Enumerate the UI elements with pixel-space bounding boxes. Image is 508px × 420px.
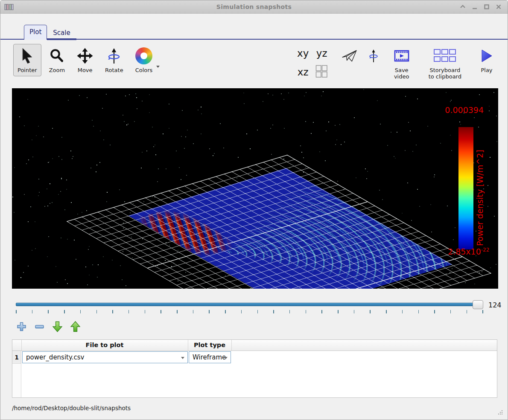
down-arrow-icon [53,322,62,332]
view-xy-button[interactable]: xy [297,49,309,58]
play-icon [480,48,493,64]
auto-rotate-button[interactable] [368,44,379,68]
app-window: Simulation snapshots Plot Scale Pointer … [0,0,508,420]
remove-row-button[interactable] [34,320,45,333]
tab-bar: Plot Scale [0,25,508,40]
rotation-axis-icon [368,49,379,63]
move-row-down-button[interactable] [52,320,63,333]
close-icon [495,3,502,10]
slider-value: 124 [488,301,502,309]
chevron-down-icon [224,357,228,359]
play-button[interactable]: Play [476,44,497,76]
scene-3d [12,88,498,289]
colorbar-title: Power density [W/m^2] [475,147,485,249]
colors-button[interactable]: Colors [131,44,164,76]
dropdown-caret-icon[interactable] [156,66,160,68]
zoom-button[interactable]: Zoom [45,44,69,76]
row-index[interactable]: 1 [12,351,21,364]
tab-scale[interactable]: Scale [47,26,76,40]
rotate-button[interactable]: Rotate [101,44,128,76]
view-grid-button[interactable] [315,65,328,80]
colorbar-max-label: 0.000394 [432,105,484,115]
film-icon [394,49,410,63]
add-row-button[interactable] [16,320,27,333]
tab-plot[interactable]: Plot [24,25,47,40]
view-buttons: xy yz xz [294,44,331,81]
window-titlebar[interactable]: Simulation snapshots [0,0,508,14]
status-path: /home/rod/Desktop/double-slit/snapshots [12,405,131,411]
window-title: Simulation snapshots [0,3,508,10]
shade-button[interactable] [459,3,467,11]
chevron-down-icon [181,357,184,359]
plot-type-select[interactable]: Wireframe [189,351,231,363]
maximize-button[interactable] [483,3,490,11]
row-actions [16,320,81,333]
storyboard-icon [433,48,456,64]
grid-2x2-icon [315,65,328,78]
save-video-button[interactable]: Savevideo [389,44,414,83]
maximize-icon [483,3,490,10]
move-button[interactable]: Move [73,44,97,76]
resize-grip[interactable] [498,410,503,415]
timeline-slider: 124 [12,300,507,316]
wireframe-plane [67,155,491,289]
colorbar [458,127,473,249]
close-button[interactable] [495,3,502,11]
paper-plane-button[interactable] [342,44,358,68]
table-header: File to plot Plot type [12,340,497,351]
pointer-button[interactable]: Pointer [13,44,41,76]
slider-track[interactable] [16,303,483,306]
magnifier-icon [49,48,64,64]
move-icon [77,48,93,64]
wireframe-grid [67,155,491,289]
minimize-button[interactable] [471,3,479,11]
plus-icon [18,323,26,331]
chevron-up-icon [459,3,466,10]
paper-plane-icon [342,49,358,63]
column-header-type: Plot type [188,342,231,348]
storyboard-button[interactable]: Storyboardto clipboard [424,44,466,83]
column-header-file: File to plot [21,342,188,348]
pointer-icon [20,47,35,64]
minimize-icon [471,3,478,10]
minus-icon [35,325,44,328]
files-table: File to plot Plot type 1 power_density.c… [12,339,497,398]
move-row-up-button[interactable] [70,320,81,333]
rotate-icon [106,47,122,64]
slider-handle[interactable] [473,300,483,309]
file-select[interactable]: power_density.csv [22,351,188,363]
color-wheel-icon [135,47,152,64]
plot-canvas[interactable]: 0.000394 2.85x10-22 Power density [W/m^2… [12,88,498,289]
up-arrow-icon [71,322,80,332]
view-yz-button[interactable]: yz [316,49,327,58]
view-xz-button[interactable]: xz [298,67,309,77]
toolbar: Pointer Zoom Move Rotate [13,44,497,83]
slider-ticks [16,310,484,313]
